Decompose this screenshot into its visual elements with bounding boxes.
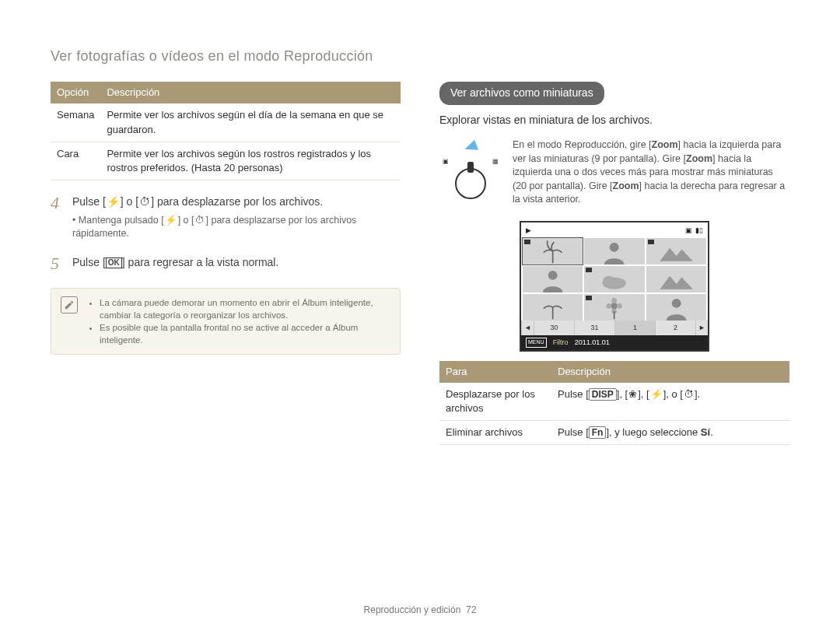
text: ] o [ [178,215,194,226]
ok-icon: OK [106,257,122,268]
section-pill: Ver archivos como miniaturas [439,82,604,105]
step-number: 4 [51,194,65,241]
th-desc: Descripción [100,82,401,103]
cloud-icon [584,266,644,292]
flash-icon: ⚡ [649,388,663,400]
cell-desc: Pulse [Fn], y luego seleccione Sí. [551,421,789,445]
cell-para: Desplazarse por los archivos [439,383,551,421]
actions-table: Para Descripción Desplazarse por los arc… [439,361,789,446]
text: ], y luego seleccione [606,426,700,438]
person-icon [523,266,583,292]
th-para: Para [439,361,551,383]
timer-icon: ⏱ [194,215,206,226]
pencil-icon [64,299,75,310]
fn-button-label: Fn [589,426,607,439]
thumb-20-icon: ▦ [492,157,499,166]
palm-icon [523,294,583,321]
date-cell: 2 [655,321,695,335]
zoom-dial-icon: ▣ ▦ [439,138,502,198]
svg-point-6 [617,303,622,309]
mountain-icon [646,266,706,292]
step-bullet: • Mantenga pulsado [⚡] o [⏱] para despla… [72,214,401,241]
yes-label: Sí [701,426,710,438]
timer-icon: ⏱ [683,388,695,400]
text: ] para desplazarse por los archivos. [151,195,323,208]
text: ] o [ [121,195,138,208]
note-item: La cámara puede demorar un momento en ab… [100,296,390,321]
menu-label: MENU [526,338,547,348]
cell-desc: Permite ver los archivos según los rostr… [100,142,401,180]
table-row: Eliminar archivos Pulse [Fn], y luego se… [439,421,789,445]
th-desc: Descripción [551,361,789,383]
thumb-cell [646,294,706,321]
camera-icon [586,268,592,272]
person-icon [646,294,706,321]
table-row: Semana Permite ver los archivos según el… [51,103,401,142]
camera-icon [524,240,530,244]
options-table: Opción Descripción Semana Permite ver lo… [51,82,401,180]
text: Pulse [ [558,388,589,400]
camera-icon [648,240,654,244]
mountain-icon [646,238,706,264]
footer-page: 72 [466,604,476,615]
right-column: Ver archivos como miniaturas Explorar vi… [439,82,789,445]
thumb-cell [584,238,644,264]
th-option: Opción [51,82,100,103]
zoom-label: Zoom [686,153,712,164]
timer-icon: ⏱ [138,195,151,208]
cell-option: Semana [51,103,100,142]
note-item: Es posible que la pantalla frontal no se… [100,321,390,346]
thumb-cell [646,266,706,292]
flash-icon: ⚡ [164,215,178,226]
nav-right-icon: ► [695,321,708,335]
zoom-label: Zoom [652,139,678,150]
person-icon [584,238,644,264]
text: ], [ [617,388,628,400]
svg-point-0 [610,243,619,252]
thumb-9-icon: ▣ [443,157,449,166]
svg-point-7 [612,299,618,304]
table-row: Cara Permite ver los archivos según los … [51,142,401,180]
palm-icon [523,238,583,264]
flash-icon: ⚡ [106,195,121,208]
text: . [710,426,713,438]
cell-desc: Permite ver los archivos según el día de… [100,103,401,142]
date-cell: 1 [614,321,655,335]
note-box: La cámara puede demorar un momento en ab… [51,288,401,355]
cell-para: Eliminar archivos [439,421,551,445]
thumb-cell [646,238,706,264]
date-cell: 30 [534,321,574,335]
flower-icon [584,294,644,321]
macro-icon: ❀ [628,388,638,400]
section-subtext: Explorar vistas en miniatura de los arch… [439,113,789,128]
date-cell: 31 [574,321,614,335]
svg-point-9 [671,299,681,308]
camera-icon: ▣ [685,226,692,236]
date-label: 2011.01.01 [575,338,610,348]
thumbnail-preview: ▶ ▣ ▮▯ [520,221,709,352]
note-icon [61,296,78,313]
svg-point-5 [607,303,612,309]
camera-icon [586,296,592,300]
step-body: Pulse [⚡] o [⏱] para desplazarse por los… [72,194,401,241]
thumb-cell [523,238,583,264]
svg-point-4 [611,303,618,310]
text: ]. [695,388,700,400]
zoom-label: Zoom [613,180,639,191]
zoom-instruction: ▣ ▦ En el modo Reproducción, gire [Zoom]… [439,138,789,207]
zoom-text: En el modo Reproducción, gire [Zoom] hac… [513,138,789,207]
page-footer: Reproducción y edición 72 [0,604,840,617]
thumb-cell [523,294,583,321]
disp-button-label: DISP [589,388,617,401]
svg-point-1 [548,271,558,280]
text: Mantenga pulsado [ [79,215,164,226]
text: ], [ [638,388,649,400]
step-number: 5 [51,255,65,272]
manual-page: Ver fotografías o vídeos en el modo Repr… [0,0,840,634]
step-5: 5 Pulse [OK] para regresar a la vista no… [51,255,401,272]
text: Pulse [ [558,426,589,438]
page-title: Ver fotografías o vídeos en el modo Repr… [51,47,789,66]
play-icon: ▶ [526,226,531,236]
step-body: Pulse [OK] para regresar a la vista norm… [72,255,401,272]
filter-label: Filtro [553,338,569,348]
